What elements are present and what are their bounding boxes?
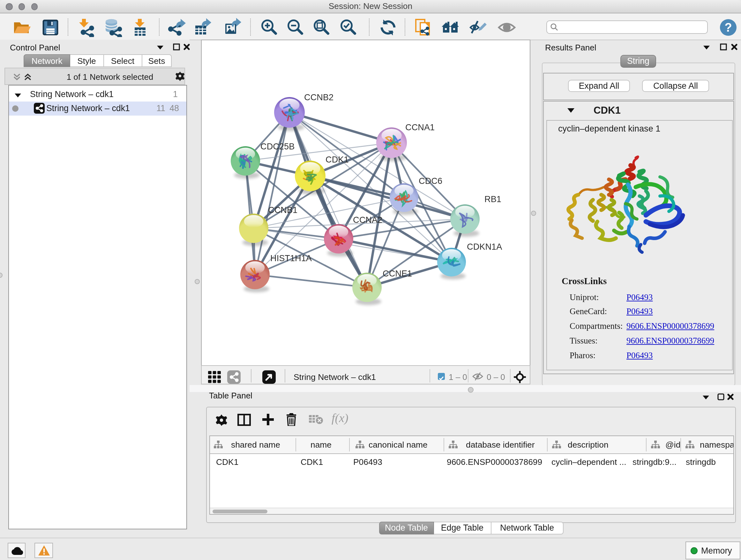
svg-text:CCNB2: CCNB2 bbox=[304, 92, 333, 102]
svg-text:CCNA1: CCNA1 bbox=[405, 122, 434, 132]
svg-text:RB1: RB1 bbox=[484, 194, 501, 204]
svg-text:?: ? bbox=[724, 21, 732, 34]
svg-text:CCNA2: CCNA2 bbox=[353, 215, 382, 225]
svg-text:CDC6: CDC6 bbox=[419, 176, 442, 186]
svg-text:CCNB1: CCNB1 bbox=[268, 205, 297, 215]
svg-text:CDK1: CDK1 bbox=[326, 154, 349, 165]
svg-text:HIST1H1A: HIST1H1A bbox=[270, 253, 312, 263]
svg-text:CDC25B: CDC25B bbox=[260, 141, 294, 151]
svg-text:CCNE1: CCNE1 bbox=[383, 268, 412, 278]
svg-text:CDKN1A: CDKN1A bbox=[467, 242, 502, 252]
